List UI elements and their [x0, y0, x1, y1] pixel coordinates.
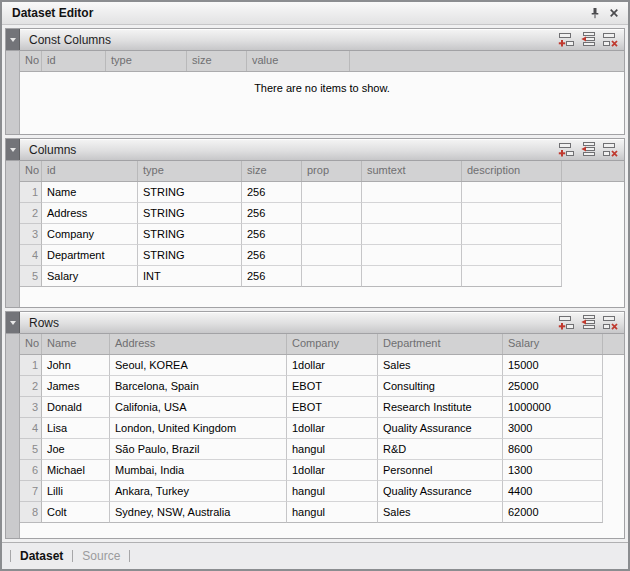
grid-cell[interactable]: [462, 182, 562, 203]
collapse-button[interactable]: [6, 312, 20, 333]
row-number-cell[interactable]: 1: [20, 182, 42, 203]
grid-cell[interactable]: [462, 245, 562, 266]
grid-cell[interactable]: 62000: [503, 502, 603, 523]
grid-cell[interactable]: Lisa: [42, 418, 110, 439]
row-number-cell[interactable]: 5: [20, 266, 42, 287]
grid-cell[interactable]: STRING: [138, 224, 242, 245]
grid-cell[interactable]: 1dollar: [287, 418, 378, 439]
tab-source[interactable]: Source: [73, 549, 129, 563]
grid-cell[interactable]: STRING: [138, 245, 242, 266]
grid-cell[interactable]: [462, 266, 562, 287]
grid-cell[interactable]: EBOT: [287, 397, 378, 418]
add-row-icon[interactable]: [558, 315, 575, 330]
insert-row-icon[interactable]: [580, 315, 597, 330]
grid-cell[interactable]: Mumbai, India: [110, 460, 287, 481]
grid-cell[interactable]: INT: [138, 266, 242, 287]
grid-cell[interactable]: [302, 245, 362, 266]
grid-cell[interactable]: John: [42, 355, 110, 376]
row-number-cell[interactable]: 2: [20, 376, 42, 397]
row-number-cell[interactable]: 5: [20, 439, 42, 460]
close-icon[interactable]: [606, 5, 622, 21]
row-number-cell[interactable]: 6: [20, 460, 42, 481]
grid-cell[interactable]: hangul: [287, 439, 378, 460]
grid-cell[interactable]: Michael: [42, 460, 110, 481]
grid-cell[interactable]: hangul: [287, 481, 378, 502]
grid-cell[interactable]: Barcelona, Spain: [110, 376, 287, 397]
grid-cell[interactable]: Sydney, NSW, Australia: [110, 502, 287, 523]
grid-cell[interactable]: [302, 182, 362, 203]
grid-cell[interactable]: hangul: [287, 502, 378, 523]
grid-cell[interactable]: 256: [242, 203, 302, 224]
grid-cell[interactable]: [462, 224, 562, 245]
insert-row-icon[interactable]: [580, 142, 597, 157]
grid-cell[interactable]: STRING: [138, 182, 242, 203]
grid-cell[interactable]: Quality Assurance: [378, 481, 503, 502]
row-number-cell[interactable]: 3: [20, 224, 42, 245]
grid-cell[interactable]: Company: [42, 224, 138, 245]
grid-cell[interactable]: Seoul, KOREA: [110, 355, 287, 376]
grid-cell[interactable]: São Paulo, Brazil: [110, 439, 287, 460]
row-number-cell[interactable]: 4: [20, 245, 42, 266]
grid-cell[interactable]: 1dollar: [287, 460, 378, 481]
grid-cell[interactable]: [362, 245, 462, 266]
row-number-cell[interactable]: 8: [20, 502, 42, 523]
grid-cell[interactable]: Colt: [42, 502, 110, 523]
grid-cell[interactable]: Joe: [42, 439, 110, 460]
row-number-cell[interactable]: 4: [20, 418, 42, 439]
grid-cell[interactable]: 4400: [503, 481, 603, 502]
grid-cell[interactable]: 3000: [503, 418, 603, 439]
delete-row-icon[interactable]: [602, 315, 619, 330]
grid-cell[interactable]: James: [42, 376, 110, 397]
add-row-icon[interactable]: [558, 142, 575, 157]
tab-dataset[interactable]: Dataset: [11, 549, 72, 563]
grid-cell[interactable]: Salary: [42, 266, 138, 287]
add-row-icon[interactable]: [558, 32, 575, 47]
grid-cell[interactable]: Name: [42, 182, 138, 203]
collapse-button[interactable]: [6, 29, 20, 50]
grid-cell[interactable]: London, United Kingdom: [110, 418, 287, 439]
row-number-cell[interactable]: 2: [20, 203, 42, 224]
insert-row-icon[interactable]: [580, 32, 597, 47]
grid-cell[interactable]: Ankara, Turkey: [110, 481, 287, 502]
grid-cell[interactable]: 256: [242, 182, 302, 203]
grid-cell[interactable]: [302, 224, 362, 245]
grid-cell[interactable]: [362, 203, 462, 224]
grid-cell[interactable]: 1dollar: [287, 355, 378, 376]
grid-cell[interactable]: 256: [242, 266, 302, 287]
grid-cell[interactable]: Califonia, USA: [110, 397, 287, 418]
grid-cell[interactable]: [302, 266, 362, 287]
column-header-filler: [603, 334, 624, 354]
grid-cell[interactable]: Donald: [42, 397, 110, 418]
grid-cell[interactable]: 15000: [503, 355, 603, 376]
grid-cell[interactable]: R&D: [378, 439, 503, 460]
delete-row-icon[interactable]: [602, 142, 619, 157]
grid-cell[interactable]: Quality Assurance: [378, 418, 503, 439]
collapse-button[interactable]: [6, 139, 20, 160]
grid-cell[interactable]: 8600: [503, 439, 603, 460]
grid-cell[interactable]: [462, 203, 562, 224]
grid-cell[interactable]: [362, 182, 462, 203]
grid-cell[interactable]: Research Institute: [378, 397, 503, 418]
grid-cell[interactable]: Department: [42, 245, 138, 266]
pin-icon[interactable]: [587, 5, 603, 21]
grid-cell[interactable]: Consulting: [378, 376, 503, 397]
grid-cell[interactable]: 256: [242, 245, 302, 266]
grid-cell[interactable]: Personnel: [378, 460, 503, 481]
row-number-cell[interactable]: 7: [20, 481, 42, 502]
grid-cell[interactable]: STRING: [138, 203, 242, 224]
grid-cell[interactable]: 256: [242, 224, 302, 245]
grid-cell[interactable]: [362, 266, 462, 287]
grid-cell[interactable]: Sales: [378, 502, 503, 523]
grid-cell[interactable]: [362, 224, 462, 245]
grid-cell[interactable]: Address: [42, 203, 138, 224]
grid-cell[interactable]: Sales: [378, 355, 503, 376]
grid-cell[interactable]: 1300: [503, 460, 603, 481]
grid-cell[interactable]: 1000000: [503, 397, 603, 418]
grid-cell[interactable]: Lilli: [42, 481, 110, 502]
grid-cell[interactable]: EBOT: [287, 376, 378, 397]
row-number-cell[interactable]: 1: [20, 355, 42, 376]
row-number-cell[interactable]: 3: [20, 397, 42, 418]
grid-cell[interactable]: 25000: [503, 376, 603, 397]
delete-row-icon[interactable]: [602, 32, 619, 47]
grid-cell[interactable]: [302, 203, 362, 224]
